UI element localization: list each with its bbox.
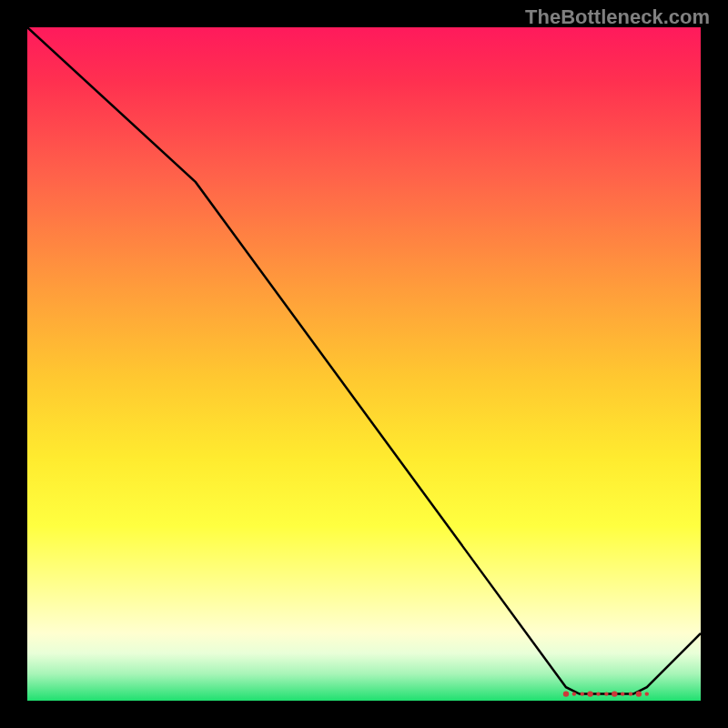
- marker-dot: [572, 692, 576, 695]
- marker-dot: [596, 692, 600, 695]
- marker-dot: [636, 691, 642, 696]
- chart-svg: [27, 27, 701, 701]
- marker-dot: [604, 692, 608, 695]
- marker-dot: [587, 691, 592, 696]
- marker-dot: [581, 692, 584, 695]
- marker-dot: [645, 692, 649, 695]
- marker-dot: [629, 692, 632, 695]
- bottleneck-line: [27, 27, 701, 694]
- marker-dot: [621, 692, 624, 695]
- chart-plot-area: [27, 27, 701, 701]
- watermark-label: TheBottleneck.com: [525, 5, 710, 29]
- marker-dot: [563, 691, 569, 696]
- marker-dot: [612, 691, 617, 696]
